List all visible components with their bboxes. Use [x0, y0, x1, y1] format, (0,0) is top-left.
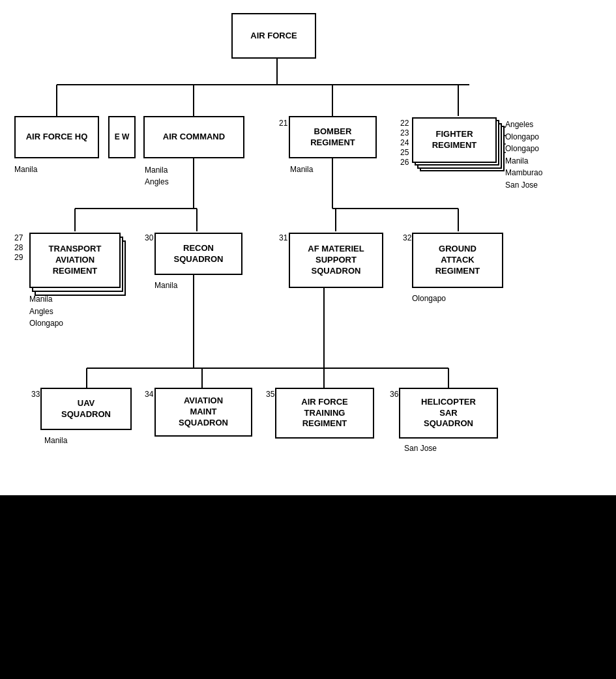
num-33: 33 — [31, 390, 40, 399]
num-23: 23 — [400, 128, 409, 137]
air-force-node: AIR FORCE — [231, 13, 316, 59]
air-command-node: AIR COMMAND — [143, 116, 244, 158]
org-chart: AIR FORCE AIR FORCE HQ Manila E W AIR CO… — [0, 0, 616, 495]
num-27: 27 — [14, 233, 23, 242]
af-hq-location: Manila — [14, 164, 37, 175]
recon-location: Manila — [154, 280, 177, 291]
air-command-label: AIR COMMAND — [163, 132, 225, 143]
af-hq-label: AIR FORCE HQ — [26, 132, 88, 143]
recon-squadron-label: RECONSQUADRON — [174, 243, 224, 265]
num-25: 25 — [400, 148, 409, 157]
num-28: 28 — [14, 243, 23, 252]
air-command-location: ManilaAngles — [145, 164, 169, 188]
uav-squadron-node: UAVSQUADRON — [40, 388, 132, 430]
heli-sar-location: San Jose — [404, 443, 437, 454]
num-30: 30 — [145, 233, 153, 242]
num-35: 35 — [266, 390, 274, 399]
aviation-maint-node: AVIATIONMAINTSQUADRON — [154, 388, 252, 437]
af-training-label: AIR FORCETRAININGREGIMENT — [301, 397, 348, 430]
af-materiel-label: AF MATERIELSUPPORTSQUADRON — [308, 244, 364, 277]
bomber-regiment-node: BOMBERREGIMENT — [289, 116, 377, 158]
fighter-regiment-node: FIGHTERREGIMENT — [412, 117, 497, 163]
num-32: 32 — [403, 233, 411, 242]
bomber-regiment-label: BOMBERREGIMENT — [310, 126, 355, 149]
heli-sar-node: HELICOPTERSARSQUADRON — [399, 388, 498, 439]
ground-attack-location: Olongapo — [412, 293, 446, 304]
transport-aviation-label: TRANSPORTAVIATIONREGIMENT — [49, 244, 102, 277]
black-bottom — [0, 495, 616, 679]
num-26: 26 — [400, 158, 409, 167]
fighter-locations: AngelesOlongapoOlongapoManilaMamburaoSan… — [505, 119, 542, 192]
uav-squadron-label: UAVSQUADRON — [61, 398, 111, 420]
air-force-label: AIR FORCE — [250, 31, 297, 42]
num-34: 34 — [145, 390, 153, 399]
bomber-location: Manila — [290, 164, 313, 175]
aviation-maint-label: AVIATIONMAINTSQUADRON — [179, 396, 228, 429]
num-24: 24 — [400, 138, 409, 147]
af-hq-node: AIR FORCE HQ — [14, 116, 99, 158]
num-22: 22 — [400, 119, 409, 128]
ground-attack-node: GROUNDATTACKREGIMENT — [412, 233, 503, 288]
recon-squadron-node: RECONSQUADRON — [154, 233, 242, 275]
ground-attack-label: GROUNDATTACKREGIMENT — [435, 244, 480, 277]
fighter-regiment-label: FIGHTERREGIMENT — [432, 129, 477, 151]
transport-aviation-node: TRANSPORTAVIATIONREGIMENT — [29, 233, 121, 288]
heli-sar-label: HELICOPTERSARSQUADRON — [421, 397, 476, 430]
num-36: 36 — [390, 390, 398, 399]
num-21: 21 — [279, 119, 287, 128]
transport-locations: ManilaAnglesOlongapo — [29, 293, 63, 330]
ew-node: E W — [108, 116, 136, 158]
num-29: 29 — [14, 253, 23, 262]
af-training-node: AIR FORCETRAININGREGIMENT — [275, 388, 374, 439]
num-31: 31 — [279, 233, 287, 242]
uav-location: Manila — [44, 435, 67, 446]
af-materiel-node: AF MATERIELSUPPORTSQUADRON — [289, 233, 383, 288]
ew-label: E W — [115, 132, 130, 143]
